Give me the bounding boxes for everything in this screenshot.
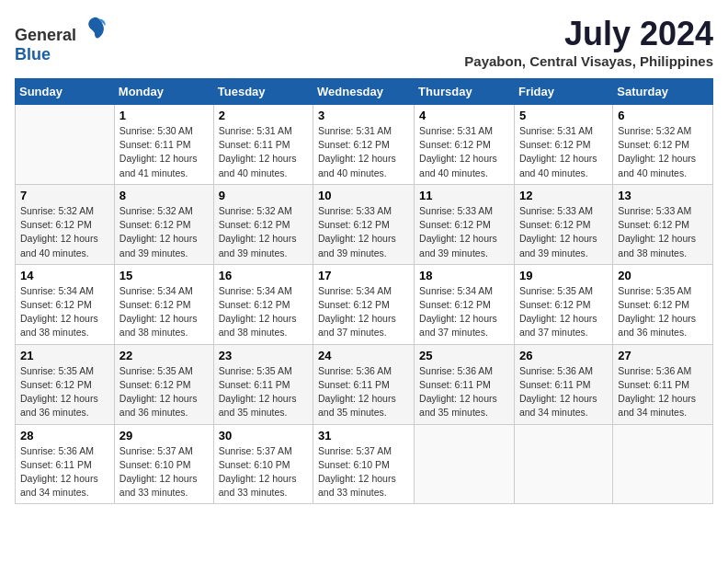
calendar-cell: 10Sunrise: 5:33 AMSunset: 6:12 PMDayligh…	[313, 184, 415, 264]
header: General Blue July 2024 Payabon, Central …	[15, 15, 713, 69]
calendar-cell: 3Sunrise: 5:31 AMSunset: 6:12 PMDaylight…	[313, 105, 415, 185]
calendar-cell: 31Sunrise: 5:37 AMSunset: 6:10 PMDayligh…	[313, 424, 415, 504]
calendar-cell: 22Sunrise: 5:35 AMSunset: 6:12 PMDayligh…	[114, 344, 213, 424]
day-number: 8	[119, 189, 209, 202]
day-number: 9	[219, 189, 308, 202]
day-info: Sunrise: 5:36 AMSunset: 6:11 PMDaylight:…	[519, 364, 608, 420]
day-info: Sunrise: 5:35 AMSunset: 6:12 PMDaylight:…	[119, 364, 209, 420]
column-header-tuesday: Tuesday	[213, 79, 313, 105]
logo: General Blue	[15, 15, 108, 64]
day-info: Sunrise: 5:35 AMSunset: 6:12 PMDaylight:…	[519, 284, 608, 340]
calendar-cell: 24Sunrise: 5:36 AMSunset: 6:11 PMDayligh…	[313, 344, 415, 424]
calendar-cell: 12Sunrise: 5:33 AMSunset: 6:12 PMDayligh…	[514, 184, 612, 264]
day-number: 26	[519, 349, 608, 362]
day-number: 24	[318, 349, 409, 362]
month-year-title: July 2024	[464, 15, 713, 53]
location-title: Payabon, Central Visayas, Philippines	[464, 53, 713, 69]
day-number: 16	[219, 269, 308, 282]
calendar-cell: 13Sunrise: 5:33 AMSunset: 6:12 PMDayligh…	[613, 184, 713, 264]
calendar-cell	[613, 424, 713, 504]
day-info: Sunrise: 5:31 AMSunset: 6:11 PMDaylight:…	[219, 124, 308, 180]
day-info: Sunrise: 5:36 AMSunset: 6:11 PMDaylight:…	[618, 364, 708, 420]
calendar-cell: 26Sunrise: 5:36 AMSunset: 6:11 PMDayligh…	[514, 344, 612, 424]
day-number: 28	[20, 429, 109, 442]
calendar-cell: 7Sunrise: 5:32 AMSunset: 6:12 PMDaylight…	[16, 184, 115, 264]
day-number: 13	[618, 189, 708, 202]
column-header-thursday: Thursday	[415, 79, 515, 105]
day-number: 31	[318, 429, 409, 442]
day-info: Sunrise: 5:33 AMSunset: 6:12 PMDaylight:…	[618, 204, 708, 260]
calendar-cell: 8Sunrise: 5:32 AMSunset: 6:12 PMDaylight…	[114, 184, 213, 264]
calendar-cell: 19Sunrise: 5:35 AMSunset: 6:12 PMDayligh…	[514, 264, 612, 344]
day-number: 21	[20, 349, 109, 362]
calendar-cell: 23Sunrise: 5:35 AMSunset: 6:11 PMDayligh…	[213, 344, 313, 424]
calendar-cell: 15Sunrise: 5:34 AMSunset: 6:12 PMDayligh…	[114, 264, 213, 344]
day-info: Sunrise: 5:34 AMSunset: 6:12 PMDaylight:…	[419, 284, 509, 340]
logo-general-text: General	[15, 26, 76, 44]
day-info: Sunrise: 5:34 AMSunset: 6:12 PMDaylight:…	[318, 284, 409, 340]
calendar-cell: 9Sunrise: 5:32 AMSunset: 6:12 PMDaylight…	[213, 184, 313, 264]
day-info: Sunrise: 5:32 AMSunset: 6:12 PMDaylight:…	[20, 204, 109, 260]
calendar-cell	[16, 105, 115, 185]
day-number: 7	[20, 189, 109, 202]
calendar-cell: 17Sunrise: 5:34 AMSunset: 6:12 PMDayligh…	[313, 264, 415, 344]
day-number: 10	[318, 189, 409, 202]
day-number: 2	[219, 109, 308, 122]
calendar-cell: 28Sunrise: 5:36 AMSunset: 6:11 PMDayligh…	[16, 424, 115, 504]
day-number: 14	[20, 269, 109, 282]
calendar-cell: 6Sunrise: 5:32 AMSunset: 6:12 PMDaylight…	[613, 105, 713, 185]
day-info: Sunrise: 5:36 AMSunset: 6:11 PMDaylight:…	[419, 364, 509, 420]
day-number: 4	[419, 109, 509, 122]
day-number: 11	[419, 189, 509, 202]
day-number: 12	[519, 189, 608, 202]
day-info: Sunrise: 5:31 AMSunset: 6:12 PMDaylight:…	[419, 124, 509, 180]
calendar-cell	[514, 424, 612, 504]
day-number: 6	[618, 109, 708, 122]
day-number: 30	[219, 429, 308, 442]
calendar-cell: 4Sunrise: 5:31 AMSunset: 6:12 PMDaylight…	[415, 105, 515, 185]
column-header-sunday: Sunday	[16, 79, 115, 105]
calendar-cell: 16Sunrise: 5:34 AMSunset: 6:12 PMDayligh…	[213, 264, 313, 344]
day-number: 5	[519, 109, 608, 122]
column-header-saturday: Saturday	[613, 79, 713, 105]
day-number: 22	[119, 349, 209, 362]
day-info: Sunrise: 5:32 AMSunset: 6:12 PMDaylight:…	[618, 124, 708, 180]
calendar-cell: 29Sunrise: 5:37 AMSunset: 6:10 PMDayligh…	[114, 424, 213, 504]
day-info: Sunrise: 5:35 AMSunset: 6:12 PMDaylight:…	[20, 364, 109, 420]
calendar-cell: 2Sunrise: 5:31 AMSunset: 6:11 PMDaylight…	[213, 105, 313, 185]
day-info: Sunrise: 5:36 AMSunset: 6:11 PMDaylight:…	[20, 444, 109, 500]
calendar-cell: 27Sunrise: 5:36 AMSunset: 6:11 PMDayligh…	[613, 344, 713, 424]
day-number: 15	[119, 269, 209, 282]
day-info: Sunrise: 5:31 AMSunset: 6:12 PMDaylight:…	[519, 124, 608, 180]
logo-blue-text: Blue	[15, 45, 51, 63]
day-number: 17	[318, 269, 409, 282]
logo-bird-icon	[83, 15, 108, 40]
day-info: Sunrise: 5:37 AMSunset: 6:10 PMDaylight:…	[119, 444, 209, 500]
calendar-cell: 5Sunrise: 5:31 AMSunset: 6:12 PMDaylight…	[514, 105, 612, 185]
day-number: 29	[119, 429, 209, 442]
day-info: Sunrise: 5:35 AMSunset: 6:12 PMDaylight:…	[618, 284, 708, 340]
column-header-wednesday: Wednesday	[313, 79, 415, 105]
column-header-monday: Monday	[114, 79, 213, 105]
day-number: 1	[119, 109, 209, 122]
day-info: Sunrise: 5:34 AMSunset: 6:12 PMDaylight:…	[20, 284, 109, 340]
day-info: Sunrise: 5:31 AMSunset: 6:12 PMDaylight:…	[318, 124, 409, 180]
day-number: 23	[219, 349, 308, 362]
day-info: Sunrise: 5:33 AMSunset: 6:12 PMDaylight:…	[419, 204, 509, 260]
calendar-cell: 14Sunrise: 5:34 AMSunset: 6:12 PMDayligh…	[16, 264, 115, 344]
day-info: Sunrise: 5:34 AMSunset: 6:12 PMDaylight:…	[219, 284, 308, 340]
calendar-cell: 1Sunrise: 5:30 AMSunset: 6:11 PMDaylight…	[114, 105, 213, 185]
calendar-cell: 18Sunrise: 5:34 AMSunset: 6:12 PMDayligh…	[415, 264, 515, 344]
calendar-cell	[415, 424, 515, 504]
column-header-friday: Friday	[514, 79, 612, 105]
day-info: Sunrise: 5:37 AMSunset: 6:10 PMDaylight:…	[219, 444, 308, 500]
day-info: Sunrise: 5:37 AMSunset: 6:10 PMDaylight:…	[318, 444, 409, 500]
calendar-cell: 20Sunrise: 5:35 AMSunset: 6:12 PMDayligh…	[613, 264, 713, 344]
calendar-table: SundayMondayTuesdayWednesdayThursdayFrid…	[15, 78, 713, 504]
day-number: 20	[618, 269, 708, 282]
title-area: July 2024 Payabon, Central Visayas, Phil…	[464, 15, 713, 69]
day-info: Sunrise: 5:33 AMSunset: 6:12 PMDaylight:…	[519, 204, 608, 260]
day-number: 18	[419, 269, 509, 282]
day-info: Sunrise: 5:32 AMSunset: 6:12 PMDaylight:…	[119, 204, 209, 260]
day-info: Sunrise: 5:34 AMSunset: 6:12 PMDaylight:…	[119, 284, 209, 340]
